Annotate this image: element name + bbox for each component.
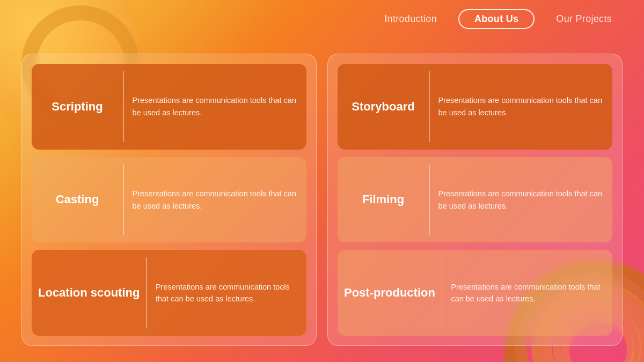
- post-production-title-box: Post-production: [338, 250, 442, 336]
- casting-description: Presentations are communication tools th…: [124, 157, 307, 243]
- storyboard-description: Presentations are communication tools th…: [430, 64, 613, 150]
- post-production-title: Post-production: [344, 285, 435, 301]
- location-scouting-description: Presentations are communication tools th…: [147, 250, 306, 336]
- filming-description: Presentations are communication tools th…: [430, 157, 613, 243]
- filming-title: Filming: [362, 192, 404, 208]
- nav-our-projects[interactable]: Our Projects: [556, 13, 612, 25]
- casting-title: Casting: [56, 192, 99, 208]
- filming-card[interactable]: Filming Presentations are communication …: [338, 157, 612, 243]
- casting-card[interactable]: Casting Presentations are communication …: [32, 157, 306, 243]
- main-content: Scripting Presentations are communicatio…: [21, 54, 623, 346]
- right-panel: Storyboard Presentations are communicati…: [327, 54, 623, 346]
- storyboard-title: Storyboard: [352, 99, 414, 115]
- storyboard-title-box: Storyboard: [338, 64, 429, 150]
- nav-about-us[interactable]: About Us: [458, 9, 535, 29]
- post-production-card[interactable]: Post-production Presentations are commun…: [338, 250, 612, 336]
- scripting-title: Scripting: [52, 99, 103, 115]
- post-production-description: Presentations are communication tools th…: [442, 250, 612, 336]
- scripting-description: Presentations are communication tools th…: [124, 64, 307, 150]
- location-scouting-title-box: Location scouting: [32, 250, 146, 336]
- storyboard-card[interactable]: Storyboard Presentations are communicati…: [338, 64, 612, 150]
- nav-introduction[interactable]: Introduction: [384, 13, 437, 25]
- location-scouting-title: Location scouting: [38, 285, 140, 301]
- filming-title-box: Filming: [338, 157, 429, 243]
- navigation: Introduction About Us Our Projects: [0, 0, 644, 38]
- scripting-title-box: Scripting: [32, 64, 123, 150]
- scripting-card[interactable]: Scripting Presentations are communicatio…: [32, 64, 306, 150]
- casting-title-box: Casting: [32, 157, 123, 243]
- left-panel: Scripting Presentations are communicatio…: [21, 54, 317, 346]
- location-scouting-card[interactable]: Location scouting Presentations are comm…: [32, 250, 306, 336]
